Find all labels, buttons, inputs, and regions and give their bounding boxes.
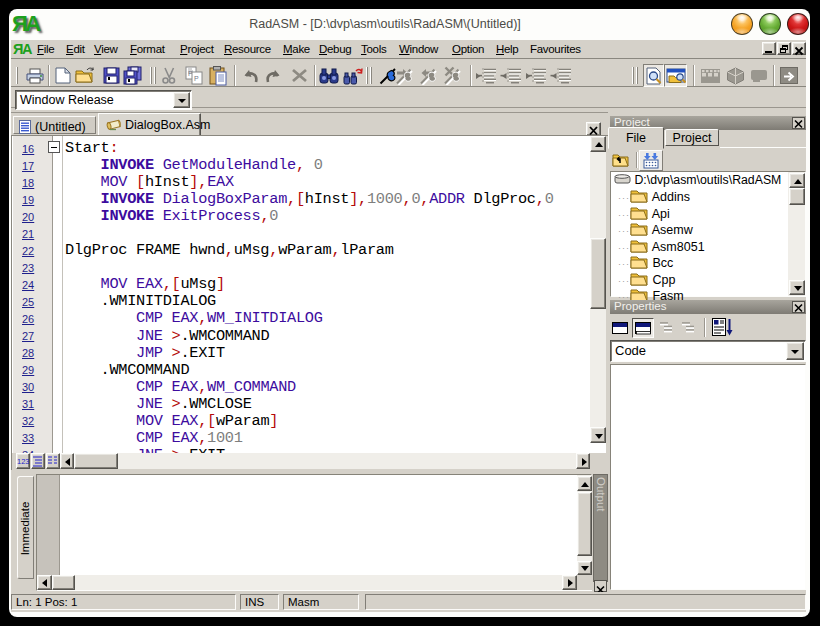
svg-text:P: P	[194, 75, 199, 82]
svg-text:123: 123	[17, 457, 29, 466]
